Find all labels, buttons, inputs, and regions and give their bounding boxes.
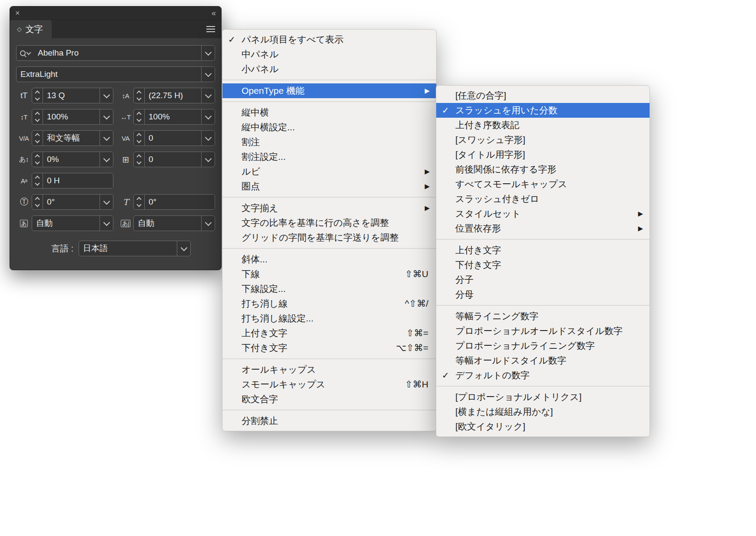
tab-label: 文字 — [26, 23, 43, 35]
character-spacing-stepper[interactable] — [32, 152, 43, 167]
grid-jidori-stepper[interactable] — [134, 152, 145, 167]
menu-item[interactable]: 打ち消し線^⇧⌘/ — [222, 296, 436, 311]
menu-item[interactable]: OpenType 機能▶ — [222, 83, 436, 98]
font-family-field[interactable]: Abelha Pro — [16, 45, 215, 61]
menu-item[interactable]: オールキャップス — [222, 362, 436, 377]
vertical-scale-dropdown[interactable] — [99, 109, 113, 124]
font-size-dropdown[interactable] — [99, 88, 113, 103]
menu-item[interactable]: 下線設定... — [222, 281, 436, 296]
language-dropdown[interactable] — [177, 241, 190, 256]
menu-item[interactable]: 文字揃え▶ — [222, 201, 436, 215]
menu-item[interactable]: 縦中横 — [222, 105, 436, 120]
menu-item[interactable]: 小パネル — [222, 62, 436, 76]
vertical-scale-stepper[interactable] — [32, 109, 43, 124]
horizontal-scale-dropdown[interactable] — [201, 109, 215, 124]
menu-item[interactable]: 打ち消し線設定... — [222, 311, 436, 326]
font-style-field[interactable]: ExtraLight — [16, 66, 215, 82]
menu-item[interactable]: [任意の合字] — [436, 88, 650, 103]
menu-item[interactable]: 下付き文字⌥⇧⌘= — [222, 341, 436, 355]
menu-item[interactable]: スタイルセット▶ — [436, 206, 650, 221]
menu-item[interactable]: 上付き序数表記 — [436, 118, 650, 132]
kerning-field[interactable]: 和文等幅 — [32, 130, 113, 146]
menu-item[interactable]: 割注 — [222, 135, 436, 149]
chevron-down-icon — [103, 155, 110, 162]
auto-right-dropdown[interactable] — [201, 216, 215, 231]
font-style-dropdown[interactable] — [201, 67, 215, 82]
vertical-scale-field[interactable]: 100% — [32, 109, 113, 125]
tracking-stepper[interactable] — [134, 131, 145, 146]
language-field[interactable]: 日本語 — [79, 241, 191, 256]
font-family-dropdown[interactable] — [201, 46, 215, 60]
panel-titlebar: × « — [10, 7, 221, 20]
menu-item[interactable]: 下付き文字 — [436, 258, 650, 272]
menu-item[interactable]: ✓デフォルトの数字 — [436, 368, 650, 383]
character-rotation-value: 0° — [43, 195, 99, 209]
menu-item[interactable]: 圏点▶ — [222, 179, 436, 194]
auto-right-field[interactable]: 自動 — [133, 215, 215, 231]
menu-item[interactable]: [横または縦組み用かな] — [436, 404, 650, 419]
menu-item[interactable]: 上付き文字⇧⌘= — [222, 326, 436, 341]
menu-item[interactable]: プロポーショナルライニング数字 — [436, 338, 650, 353]
menu-item[interactable]: 分割禁止 — [222, 414, 436, 428]
menu-item[interactable]: 上付き文字 — [436, 243, 650, 258]
font-family-value: Abelha Pro — [34, 46, 201, 60]
menu-item[interactable]: 下線⇧⌘U — [222, 267, 436, 281]
grid-jidori-field[interactable]: 0 — [133, 152, 215, 167]
font-size-stepper[interactable] — [32, 88, 43, 103]
menu-item[interactable]: 等幅ライニング数字 — [436, 309, 650, 324]
menu-item[interactable]: [欧文イタリック] — [436, 419, 650, 434]
leading-stepper[interactable] — [134, 88, 145, 103]
font-size-field[interactable]: 13 Q — [32, 88, 113, 103]
menu-item[interactable]: 分子 — [436, 272, 650, 287]
character-spacing-dropdown[interactable] — [99, 152, 113, 167]
menu-item[interactable]: ルビ▶ — [222, 164, 436, 179]
menu-item[interactable]: 中パネル — [222, 47, 436, 62]
leading-dropdown[interactable] — [201, 88, 215, 103]
chevron-down-icon — [103, 112, 110, 119]
menu-item[interactable]: 斜体... — [222, 252, 436, 267]
character-rotation-field[interactable]: 0° — [32, 194, 113, 210]
menu-item[interactable]: 文字の比率を基準に行の高さを調整 — [222, 215, 436, 230]
menu-item[interactable]: [プロポーショナルメトリクス] — [436, 390, 650, 404]
menu-item[interactable]: 分母 — [436, 287, 650, 302]
horizontal-scale-field[interactable]: 100% — [133, 109, 215, 125]
menu-item[interactable]: ✓パネル項目をすべて表示 — [222, 32, 436, 47]
skew-stepper[interactable] — [134, 195, 145, 209]
menu-item[interactable]: 前後関係に依存する字形 — [436, 162, 650, 177]
baseline-shift-stepper[interactable] — [32, 173, 43, 188]
menu-item[interactable]: ✓スラッシュを用いた分数 — [436, 103, 650, 118]
tracking-field[interactable]: 0 — [133, 130, 215, 146]
menu-item[interactable]: 割注設定... — [222, 149, 436, 164]
auto-left-field[interactable]: 自動 — [32, 215, 113, 231]
leading-field[interactable]: (22.75 H) — [133, 88, 215, 103]
menu-item[interactable]: プロポーショナルオールドスタイル数字 — [436, 324, 650, 338]
menu-item[interactable]: すべてスモールキャップス — [436, 177, 650, 192]
menu-item[interactable]: 縦中横設定... — [222, 120, 436, 135]
menu-item[interactable]: 等幅オールドスタイル数字 — [436, 353, 650, 368]
baseline-shift-icon: Aᵃ — [16, 177, 32, 185]
skew-field[interactable]: 0° — [133, 194, 215, 210]
menu-item[interactable]: [タイトル用字形] — [436, 147, 650, 162]
menu-item[interactable]: グリッドの字間を基準に字送りを調整 — [222, 230, 436, 245]
grid-jidori-dropdown[interactable] — [201, 152, 215, 167]
kerning-dropdown[interactable] — [99, 131, 113, 146]
hamburger-icon — [206, 29, 215, 30]
character-rotation-dropdown[interactable] — [99, 195, 113, 209]
menu-item[interactable]: 欧文合字 — [222, 392, 436, 407]
menu-item[interactable]: スモールキャップス⇧⌘H — [222, 377, 436, 392]
tracking-dropdown[interactable] — [201, 131, 215, 146]
character-spacing-field[interactable]: 0% — [32, 152, 113, 167]
horizontal-scale-stepper[interactable] — [134, 109, 145, 124]
collapse-panel-icon[interactable]: « — [212, 9, 216, 18]
kerning-stepper[interactable] — [32, 131, 43, 146]
menu-item-label: 下線設定... — [242, 284, 286, 294]
tab-character[interactable]: ◇ 文字 — [10, 20, 52, 38]
close-icon[interactable]: × — [15, 9, 20, 18]
menu-item[interactable]: スラッシュ付きゼロ — [436, 192, 650, 206]
panel-menu-button[interactable] — [200, 20, 221, 38]
menu-item[interactable]: [スワッシュ字形] — [436, 132, 650, 147]
menu-item[interactable]: 位置依存形▶ — [436, 221, 650, 236]
character-rotation-stepper[interactable] — [32, 195, 43, 209]
baseline-shift-field[interactable]: 0 H — [32, 173, 113, 189]
auto-left-dropdown[interactable] — [99, 216, 113, 231]
